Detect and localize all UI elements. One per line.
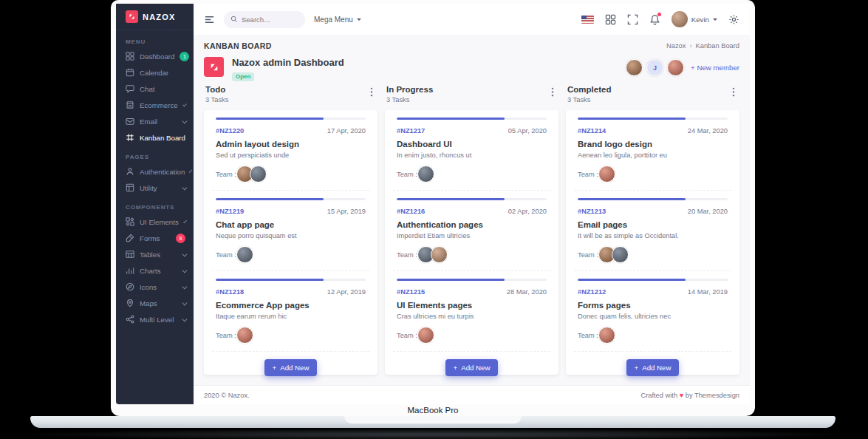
assignee-avatar[interactable] [612, 246, 629, 263]
plus-icon: + [635, 364, 639, 372]
sidebar-item-email[interactable]: Email [116, 113, 194, 129]
task-card[interactable]: #NZ1214 24 Mar, 2020 Brand logo design A… [574, 118, 731, 191]
sidebar-item-authentication[interactable]: Authentication [116, 163, 194, 180]
task-id-link[interactable]: #NZ1212 [578, 288, 606, 296]
task-card[interactable]: #NZ1219 15 Apr, 2019 Chat app page Neque… [212, 198, 369, 271]
task-card[interactable]: #NZ1213 20 Mar, 2020 Email pages It will… [574, 198, 731, 271]
brand-logo[interactable]: NAZOX [116, 4, 194, 30]
task-card[interactable]: #NZ1212 14 Mar, 2019 Forms pages Donec q… [574, 279, 731, 352]
notification-dot [657, 13, 661, 16]
column-task-count: 3 Tasks [386, 96, 433, 103]
fullscreen-button[interactable] [627, 14, 638, 25]
mega-menu-dropdown[interactable]: Mega Menu [314, 16, 361, 24]
task-description: Donec quam felis, ultricies nec [578, 313, 728, 320]
sidebar-item-label: Kanban Board [140, 134, 185, 142]
task-card[interactable]: #NZ1218 12 Apr, 2019 Ecommerce App pages… [212, 279, 369, 352]
assignee-avatar[interactable] [236, 327, 253, 344]
column-menu-button[interactable] [367, 85, 376, 101]
sidebar-item-ecommerce[interactable]: Ecommerce [116, 97, 194, 113]
column-menu-button[interactable] [548, 85, 557, 101]
sidebar-item-calendar[interactable]: Calendar [116, 64, 194, 81]
sidebar-item-icons[interactable]: Icons [116, 279, 194, 295]
topbar: Mega Menu [194, 4, 750, 35]
sidebar-item-multi-level[interactable]: Multi Level [116, 311, 194, 327]
task-id-link[interactable]: #NZ1218 [216, 288, 244, 296]
chevron-down-icon [182, 185, 186, 189]
sidebar-item-maps[interactable]: Maps [116, 295, 194, 311]
team-member-avatar[interactable] [667, 59, 684, 76]
bar-chart-icon [126, 266, 134, 275]
task-id-link[interactable]: #NZ1215 [397, 288, 425, 296]
apps-grid-button[interactable] [605, 14, 616, 25]
task-date: 15 Apr, 2019 [327, 208, 366, 215]
team-member-avatar[interactable] [626, 59, 643, 76]
store-icon [126, 101, 134, 109]
chevron-down-icon [182, 118, 186, 123]
column-title: Todo [205, 85, 228, 94]
task-date: 17 Apr, 2020 [327, 127, 366, 135]
task-date: 02 Apr, 2020 [508, 208, 547, 215]
assignee-avatar[interactable] [598, 327, 615, 344]
sidebar-item-ui-elements[interactable]: UI Elements [116, 214, 194, 230]
sidebar-item-chat[interactable]: Chat [116, 81, 194, 97]
add-new-button[interactable]: + Add New [264, 359, 318, 376]
settings-button[interactable] [728, 14, 739, 25]
task-date: 24 Mar, 2020 [688, 127, 728, 135]
caret-down-icon [713, 18, 717, 23]
assignee-avatar[interactable] [417, 327, 434, 344]
add-new-button[interactable]: + Add New [626, 359, 680, 376]
sidebar-item-forms[interactable]: Forms 8 [116, 230, 194, 246]
task-description: It will be as simple as Occidental. [578, 232, 728, 239]
task-id-link[interactable]: #NZ1216 [397, 208, 425, 215]
task-id-link[interactable]: #NZ1213 [578, 208, 606, 215]
assignee-avatar[interactable] [417, 166, 434, 183]
sidebar-item-tables[interactable]: Tables [116, 246, 194, 262]
column-title: Completed [567, 85, 611, 94]
sidebar-item-charts[interactable]: Charts [116, 262, 194, 279]
task-title: Dashboard UI [397, 140, 547, 149]
team-member-avatar[interactable]: J [646, 59, 663, 76]
task-card[interactable]: #NZ1216 02 Apr, 2020 Authentication page… [393, 198, 550, 271]
user-avatar [671, 11, 688, 27]
search-box[interactable] [224, 11, 305, 28]
task-id-link[interactable]: #NZ1214 [578, 127, 606, 135]
fullscreen-icon [627, 14, 638, 25]
notifications-button[interactable] [649, 14, 660, 25]
task-id-link[interactable]: #NZ1217 [397, 127, 425, 135]
sidebar-item-dashboard[interactable]: Dashboard 1 [116, 48, 194, 64]
task-card[interactable]: #NZ1220 17 Apr, 2020 Admin layout design… [212, 118, 369, 191]
assignee-avatar[interactable] [250, 166, 267, 183]
chevron-down-icon [182, 103, 187, 107]
task-id-link[interactable]: #NZ1219 [216, 208, 244, 215]
user-menu[interactable]: Kevin [671, 11, 717, 27]
sidebar-item-kanban-board[interactable]: Kanban Board [116, 129, 194, 146]
chevron-down-icon [182, 268, 186, 272]
assignee-avatar[interactable] [431, 246, 448, 263]
task-id-link[interactable]: #NZ1220 [216, 127, 244, 135]
assignee-avatar[interactable] [598, 166, 615, 183]
menu-toggle-button[interactable] [204, 14, 215, 25]
dashboard-badge: 1 [180, 52, 189, 61]
ui-elements-icon [126, 217, 134, 226]
task-card[interactable]: #NZ1215 28 Mar, 2020 UI Elements pages C… [393, 279, 550, 352]
language-flag-icon[interactable] [581, 16, 594, 24]
column-title: In Progress [386, 85, 433, 94]
task-description: Aenean leo ligula, porttitor eu [578, 152, 728, 159]
assignee-avatar[interactable] [236, 246, 253, 263]
task-description: Sed ut perspiciatis unde [216, 152, 366, 159]
heart-icon: ♥ [680, 392, 684, 399]
sidebar-item-label: UI Elements [140, 218, 179, 226]
map-pin-icon [126, 299, 134, 307]
search-input[interactable] [242, 16, 295, 24]
sidebar-item-utility[interactable]: Utility [116, 180, 194, 196]
team-label: Team : [397, 171, 417, 178]
sidebar-section-menu: MENU [116, 30, 194, 48]
breadcrumb-home[interactable]: Nazox [666, 42, 686, 50]
user-circle-icon [126, 167, 134, 176]
column-menu-button[interactable] [729, 85, 738, 101]
add-new-button[interactable]: + Add New [445, 359, 499, 376]
new-member-link[interactable]: + New member [691, 64, 739, 72]
task-card[interactable]: #NZ1217 05 Apr, 2020 Dashboard UI In eni… [393, 118, 550, 191]
page-head: KANBAN BOARD Nazox › Kanban Board [204, 41, 739, 50]
sidebar: NAZOX MENU Dashboard 1 Calendar Chat [116, 4, 194, 404]
